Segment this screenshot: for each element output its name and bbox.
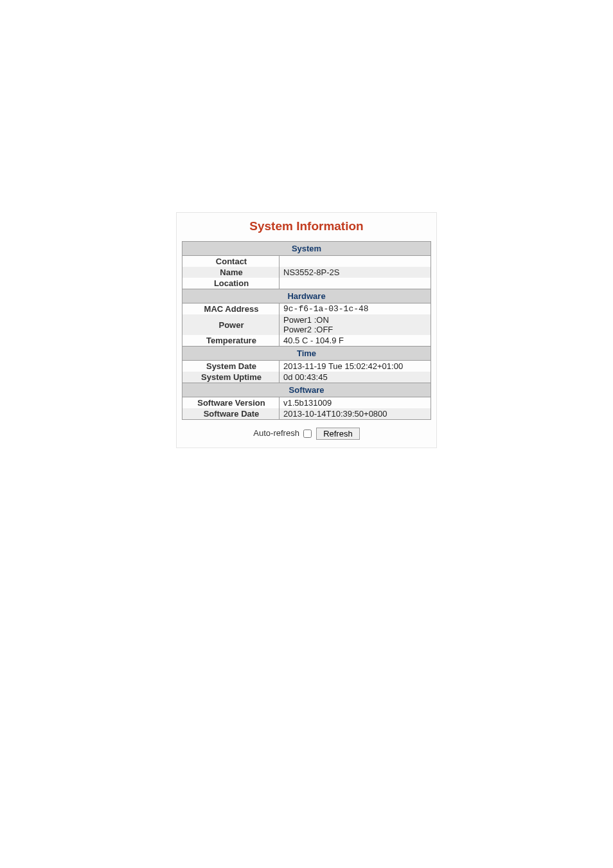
label-name: Name — [182, 267, 280, 278]
value-name: NS3552-8P-2S — [280, 267, 431, 278]
section-header-time: Time — [182, 347, 431, 361]
value-software-version: v1.5b131009 — [280, 397, 431, 409]
label-power: Power — [182, 314, 280, 335]
section-header-hardware: Hardware — [182, 289, 431, 303]
info-table: System Contact Name NS3552-8P-2S Locatio… — [182, 241, 431, 420]
label-temperature: Temperature — [182, 335, 280, 347]
section-header-software: Software — [182, 383, 431, 397]
value-system-uptime: 0d 00:43:45 — [280, 372, 431, 383]
label-contact: Contact — [182, 256, 280, 267]
label-software-version: Software Version — [182, 397, 280, 409]
refresh-button[interactable]: Refresh — [316, 428, 360, 440]
label-system-date: System Date — [182, 361, 280, 372]
label-system-uptime: System Uptime — [182, 372, 280, 383]
auto-refresh-label: Auto-refresh — [253, 428, 299, 438]
value-power: Power1 :ON Power2 :OFF — [280, 314, 431, 335]
label-location: Location — [182, 278, 280, 289]
value-mac: 9c-f6-1a-03-1c-48 — [280, 303, 431, 315]
value-system-date: 2013-11-19 Tue 15:02:42+01:00 — [280, 361, 431, 372]
value-location — [280, 278, 431, 289]
page-title: System Information — [182, 219, 431, 233]
controls-row: Auto-refresh Refresh — [182, 428, 431, 440]
label-software-date: Software Date — [182, 408, 280, 420]
value-contact — [280, 256, 431, 267]
system-info-panel: System Information System Contact Name N… — [176, 212, 437, 448]
auto-refresh-checkbox[interactable] — [303, 429, 312, 438]
value-temperature: 40.5 C - 104.9 F — [280, 335, 431, 347]
value-power-line1: Power1 :ON — [283, 315, 329, 325]
value-power-line2: Power2 :OFF — [283, 325, 333, 334]
section-header-system: System — [182, 242, 431, 256]
label-mac: MAC Address — [182, 303, 280, 315]
value-software-date: 2013-10-14T10:39:50+0800 — [280, 408, 431, 420]
